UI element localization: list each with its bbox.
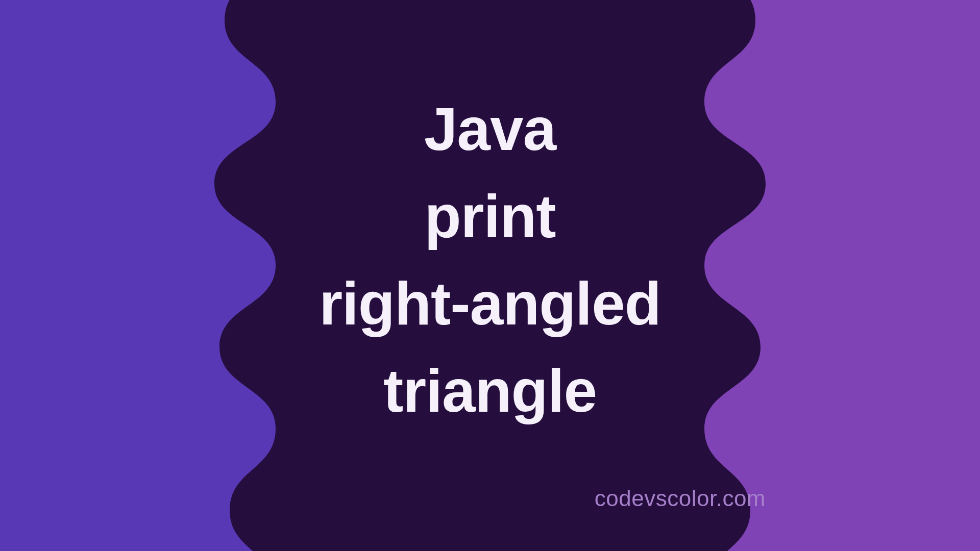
banner-canvas: Java print right-angled triangle codevsc…	[0, 0, 980, 551]
title-block: Java print right-angled triangle	[0, 0, 980, 551]
title-line-2: print	[424, 173, 555, 260]
title-line-3: right-angled	[319, 260, 661, 347]
title-line-1: Java	[424, 86, 556, 173]
watermark-text: codevscolor.com	[595, 486, 766, 511]
title-line-4: triangle	[383, 347, 597, 435]
